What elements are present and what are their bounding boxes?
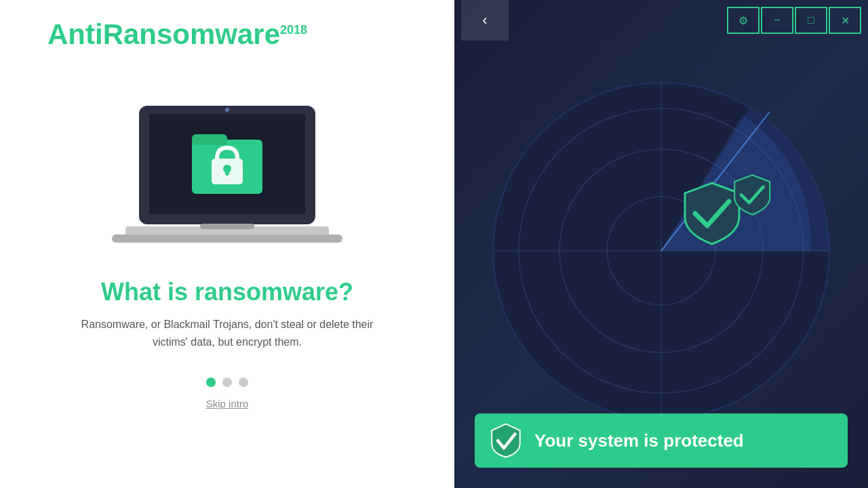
- status-bar: Your system is protected: [475, 413, 848, 468]
- app-title: AntiRansomware2018: [47, 20, 307, 49]
- skip-intro-link[interactable]: Skip intro: [206, 398, 249, 409]
- laptop-illustration: [112, 99, 342, 264]
- radar-container: [485, 75, 837, 427]
- dot-2[interactable]: [222, 378, 232, 387]
- left-panel: AntiRansomware2018 What is ransomware? R…: [0, 0, 454, 488]
- radar-svg: [485, 75, 837, 427]
- dot-1[interactable]: [206, 378, 216, 387]
- svg-rect-4: [192, 134, 227, 145]
- status-shield-icon: [488, 423, 524, 458]
- headline: What is ransomware?: [101, 278, 353, 306]
- dot-3[interactable]: [239, 378, 248, 387]
- back-button[interactable]: ‹: [461, 0, 509, 41]
- pagination-dots: [206, 378, 248, 387]
- right-panel: ‹ ⚙ − □ ✕: [454, 0, 868, 488]
- app-name-text: AntiRansomware: [47, 18, 280, 50]
- window-controls: ⚙ − □ ✕: [727, 7, 861, 34]
- svg-rect-9: [112, 235, 342, 243]
- close-button[interactable]: ✕: [829, 7, 861, 34]
- settings-button[interactable]: ⚙: [727, 7, 760, 34]
- minimize-button[interactable]: −: [761, 7, 793, 34]
- window-chrome: ‹ ⚙ − □ ✕: [454, 0, 868, 41]
- description: Ransomware, or Blackmail Trojans, don't …: [64, 316, 390, 350]
- app-year: 2018: [280, 23, 307, 37]
- svg-point-2: [225, 108, 229, 112]
- maximize-button[interactable]: □: [795, 7, 827, 34]
- svg-rect-7: [225, 169, 229, 176]
- laptop-svg: [112, 99, 342, 262]
- svg-rect-10: [200, 224, 254, 229]
- status-text: Your system is protected: [534, 430, 744, 451]
